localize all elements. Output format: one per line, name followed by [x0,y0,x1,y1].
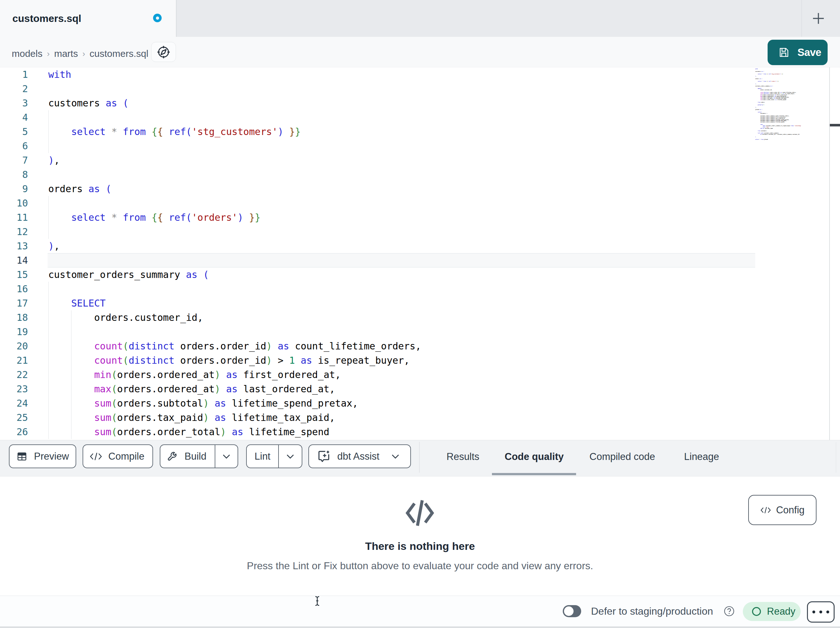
save-button[interactable]: Save [767,40,827,65]
code-token-fn: sum [94,398,112,409]
file-navigate-button[interactable] [151,42,176,62]
indent-guide [71,425,71,439]
code-token-id: orders.order_id [174,340,266,352]
code-token-p1: ( [186,212,192,223]
code-editor[interactable]: 1234567891011121314151617181920212223242… [0,67,840,440]
dbt-assist-button[interactable]: dbt Assist [308,445,411,468]
indent-guide [48,425,49,439]
new-tab-button[interactable] [809,9,827,28]
code-token-p1: ) [755,136,756,138]
band-right-divider [836,442,836,473]
build-dropdown[interactable] [215,454,238,459]
code-token-id: orders.order_id [174,355,266,366]
line-number: 25 [0,410,28,425]
breadcrumb: models › marts › customers.sql [12,37,148,71]
code-token-id [146,212,152,223]
code-token-fn: sum [94,412,112,423]
lint-button[interactable]: Lint [247,451,278,462]
code-token-str: 'orders' [771,81,776,82]
compile-button[interactable]: Compile [82,445,153,468]
code-token-kw: select [758,81,761,82]
code-token-kw: from [123,126,146,137]
code-token-str: 'stg_customers' [771,73,781,74]
code-line: ), [47,153,755,168]
code-token-id [295,355,301,366]
breadcrumb-item-models[interactable]: models [12,48,43,59]
code-token-id [220,383,226,394]
code-token-p1: ) [48,155,54,166]
toggle-knob [564,606,573,616]
code-token-id: orders [48,183,88,195]
empty-state-subtitle: Press the Lint or Fix button above to ev… [0,560,840,572]
code-token-id: orders.tax_paid [117,412,203,423]
code-line [47,82,755,96]
preview-button[interactable]: Preview [9,445,76,468]
ellipsis-dot [826,611,829,614]
code-token-id [48,126,71,137]
code-token-id [755,73,758,74]
breadcrumb-item-marts[interactable]: marts [54,48,78,59]
more-options-button[interactable] [807,601,835,623]
code-token-id: orders.ordered_at [117,369,215,380]
line-number: 12 [0,225,28,239]
code-token-kw: select [755,139,759,140]
line-number-gutter: 1234567891011121314151617181920212223242… [0,67,28,439]
line-number: 23 [0,382,28,396]
code-token-id [48,297,71,309]
question-circle-icon[interactable] [724,606,734,617]
build-button[interactable]: Build [160,451,215,462]
defer-toggle[interactable] [563,605,581,617]
code-token-id [100,183,106,195]
code-token-id: customers. [755,113,767,114]
lint-dropdown[interactable] [279,454,302,459]
code-token-id [272,355,278,366]
code-token-id: customer_type [764,128,773,129]
code-token-kw: as [215,412,226,423]
code-content[interactable]: withcustomers as ( select * from {{ ref(… [47,67,755,439]
line-number: 5 [0,125,28,139]
code-token-id [755,99,760,100]
code-token-p2: ) [215,369,220,380]
code-line: select * from {{ ref('stg_customers') }} [47,125,755,139]
code-token-p2: } [255,212,261,223]
indent-guide [71,367,71,382]
lint-split-button: Lint [246,445,302,468]
code-line: orders.customer_id, [47,310,755,325]
code-token-p2: { [152,212,157,223]
indent-guide [48,325,49,339]
code-token-kw: as [301,355,312,366]
tab-results[interactable]: Results [447,440,479,473]
active-tab-underline [492,473,576,475]
line-number: 4 [0,110,28,125]
tab-code-quality[interactable]: Code quality [505,440,564,473]
code-token-kw: as [278,340,289,352]
code-line: select * from {{ ref('orders') }} [47,210,755,225]
code-token-kw: ref [169,126,186,137]
indent-guide [48,110,49,125]
code-token-id: orders [760,102,765,103]
breadcrumb-separator: › [47,49,50,59]
code-token-str: 'stg_customers' [192,126,278,137]
code-token-num: 1 [763,104,764,106]
tab-bar-divider [802,0,802,37]
tab-compiled-code[interactable]: Compiled code [589,440,655,473]
minimap[interactable]: withcustomers as ( select * from {{ ref(… [755,69,829,141]
line-number: 10 [0,196,28,210]
code-token-str: 'returning' [794,125,801,127]
code-token-id: joined [755,109,759,110]
line-number: 16 [0,282,28,296]
tab-customers-sql[interactable]: customers.sql [0,0,177,37]
table-icon [16,451,27,462]
code-token-num: 1 [289,355,295,366]
code-token-p1: ( [761,109,762,110]
indent-guide [48,339,49,353]
breadcrumb-item-file[interactable]: customers.sql [90,48,148,59]
code-token-fn: count [94,340,123,352]
line-number: 24 [0,396,28,410]
tab-lineage[interactable]: Lineage [684,440,719,473]
code-icon [404,498,436,528]
code-token-p2: ( [123,340,129,352]
code-token-p2: ( [112,426,117,437]
config-button[interactable]: Config [748,495,816,525]
code-line [47,325,755,339]
